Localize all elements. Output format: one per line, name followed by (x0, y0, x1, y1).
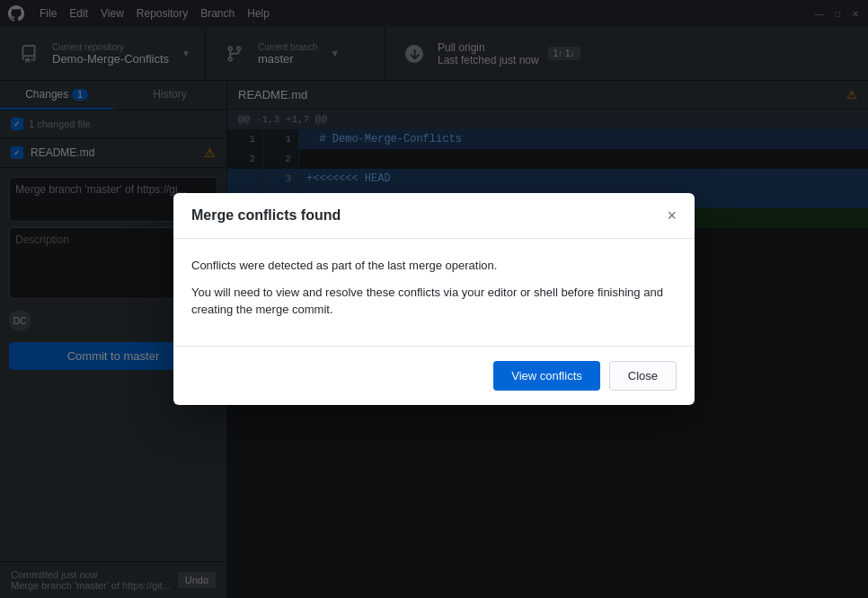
modal-title: Merge conflicts found (191, 207, 341, 224)
view-conflicts-button[interactable]: View conflicts (493, 361, 600, 391)
modal-body-line2: You will need to view and resolve these … (191, 284, 677, 319)
merge-conflicts-modal: Merge conflicts found × Conflicts were d… (173, 193, 695, 405)
modal-body-line1: Conflicts were detected as part of the l… (191, 257, 677, 275)
modal-header: Merge conflicts found × (173, 193, 695, 239)
modal-close-button[interactable]: × (667, 207, 677, 224)
close-modal-button[interactable]: Close (609, 361, 677, 391)
modal-footer: View conflicts Close (173, 346, 695, 405)
modal-body: Conflicts were detected as part of the l… (173, 239, 695, 346)
modal-overlay: Merge conflicts found × Conflicts were d… (0, 0, 868, 598)
